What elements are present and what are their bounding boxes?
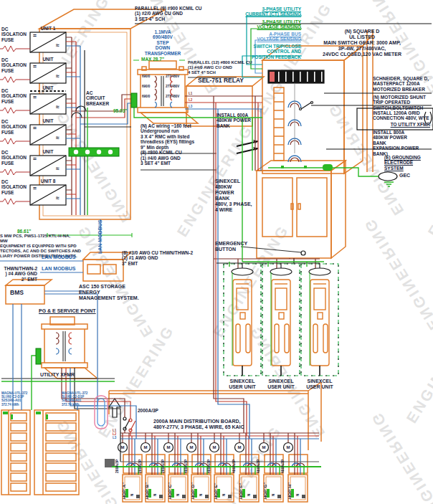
winding-label: 690/0 (142, 75, 150, 78)
breaker-note: SCHNEIDER, SQUARE D, MASTERPACT 1200A MO… (373, 76, 429, 92)
motor-label: M (237, 445, 242, 450)
dc-fuse-label: DC ISOLATION FUSE (1, 179, 27, 195)
voltage-sensing-note: 3-PHASE UTILITY VOLTAGE SENSING (242, 19, 301, 30)
pge-service-point-label: PG & E SERVICE POINT (39, 308, 96, 314)
relay-label: SEL-751 RELAY (198, 77, 244, 85)
one-line-diagram: ENGINEERING ENGINEERING ENGINEERING ENGI… (0, 0, 433, 504)
motor-label: M (143, 445, 148, 450)
neutral-tag: N (176, 494, 181, 496)
bms-label: BMS (10, 290, 24, 297)
motor-label: M (211, 445, 217, 450)
switchgear-breakers (288, 83, 301, 162)
unit-label: UNIT (30, 57, 66, 62)
unit-label: UNIT (30, 118, 66, 123)
dc-fuse-label: DC ISOLATION FUSE (1, 119, 27, 135)
winding-label: 690/0 (142, 85, 150, 88)
feeder-breaker-label: 400A/3P (184, 460, 188, 473)
max-width-label: MAX 28.7" (141, 57, 164, 62)
utility-ct-loop (95, 396, 108, 429)
dc-symbol: = (33, 156, 37, 163)
winding-label: 277/480V (166, 75, 179, 78)
neutral-tag: N (130, 494, 135, 496)
load-label: HOP"A" (122, 482, 126, 499)
neutral-tag: N (153, 494, 158, 496)
battery-label: MAGNA-UTL-372 SLU60 C2-D1P S2S1RB-A01 37… (62, 391, 87, 406)
ac-symbol: ≈ (56, 135, 60, 142)
thwn-note: THWN/THWN-2 ) #4 AWG GND 2" EMT (0, 266, 37, 282)
neutral-tag: N (247, 494, 252, 496)
mdb-title: 2000A MAIN DISTRIBUTION BOARD, 480Y-277V… (153, 419, 244, 430)
load-label: HOP"B" (145, 482, 149, 499)
user-unit-racks (233, 280, 329, 366)
grid-connection-note: INSTALL 1200A GRID CONNECTION 480V, WYE (373, 110, 429, 121)
to-utility-label: TO UTILITY XFMR (370, 122, 430, 127)
feeder-breaker-label: 400A/3P (280, 460, 285, 473)
ac-symbol: ≈ (56, 195, 60, 202)
winding-label: 277/480V (166, 85, 179, 88)
ac-circuit-breaker-label: AC CIRCUIT BREAKER (86, 90, 109, 106)
lan-modbus-label: LAN MODBUS (98, 220, 103, 254)
unit-label: UNIT (30, 85, 66, 90)
motor-label: M (261, 445, 267, 450)
awg-note: (8) #3/0 AWG CU THWN/THWN-2 (1) #1 AWG G… (122, 250, 193, 266)
ac-symbol: ≈ (56, 104, 60, 111)
transformer-title: 1.1MVA 690/480V STEP DOWN TRANSFORMER (139, 29, 186, 56)
unit-label: UNIT (30, 149, 66, 154)
load-label: HOP"D" (191, 482, 195, 499)
ac-symbol: ≈ (56, 42, 60, 49)
lan-modbus-label: LAN MODBUS (42, 255, 75, 260)
motor-label: M (120, 445, 125, 450)
dc-fuse-label: DC ISOLATION FUSE (1, 150, 27, 166)
switch-control-note: SWITCH TRIP/CLOSE CONTROL AND POSITION F… (237, 44, 301, 60)
shunt-trip-note: (N) MOTORIZED SHUNT TRIP OPERATED SWITCH… (373, 95, 433, 110)
phase-tag: L2 (189, 98, 192, 102)
emergency-button-label: EMERGENCY BUTTON (215, 241, 247, 252)
user-unit-borders (224, 264, 338, 376)
load-label: HOP"F" (239, 483, 243, 499)
utility-xfmr-label: UTILITY XFMR (40, 372, 75, 378)
relay-feeder-note: PARALLEL (12) #800 KCMIL CU (1) #4/0 AWG… (188, 60, 252, 75)
main-breaker-label: 2000A/3P (138, 408, 158, 413)
neutral-tag: N (222, 494, 227, 496)
feeder-breaker-label: 400A/3P (256, 460, 260, 473)
neutral-tag: N (272, 494, 276, 496)
dc-fuse-label: DC ISOLATION FUSE (1, 27, 27, 42)
feeder-breaker-label: 400A/3P (232, 460, 236, 473)
unit-label: UNIT 8 (30, 179, 66, 184)
ac-symbol: ≈ (56, 73, 60, 80)
winding-label: 277/480V (166, 95, 179, 98)
powerbank-label: SINEXCEL 480KW POWER BANK 480V, 3 PHASE,… (215, 179, 252, 213)
load-label: HOP"H" (287, 482, 292, 499)
install-600a-note: INSTALL 600A 480KW POWER BANK (217, 113, 251, 128)
motor-label: M (285, 445, 291, 450)
lan-modbus-label: LAN MODBUS (42, 266, 75, 272)
ac-symbol: ≈ (56, 166, 60, 173)
feeder-schedule-note: PARALLEL (9) #900 KCMIL CU (1) #2/0 AWG … (135, 6, 202, 22)
switchgear-title: (N) SQUARE D UL LISTED MAIN SWITCH GEAR:… (298, 29, 427, 57)
load-label: HOP"C" (168, 482, 172, 499)
dc-symbol: = (33, 64, 37, 71)
grounding-note: (E) GROUNDING ELECTRODE SYSTEM (384, 155, 433, 171)
feeder-breaker-label: 200A/3P (138, 460, 142, 473)
dc-fuse-label: DC ISOLATION FUSE (1, 57, 27, 73)
aphase-sensing-note: A-PHASE BUS VOLTAGE SENSING (245, 32, 301, 42)
feeder-breaker-label: 200A/3P (161, 460, 165, 473)
neutral-tag: N (199, 494, 204, 496)
neutral-tag: N (296, 494, 300, 496)
load-label: HOP"G" (263, 482, 267, 499)
phase-tag: L3 (189, 105, 192, 108)
phase-tag: L3 (113, 436, 116, 439)
dc-symbol: = (33, 186, 37, 193)
ac-wiring-note: (N) AC wiring ~160 feet Underground run … (141, 123, 194, 166)
dimension-label: 95.03" (113, 108, 127, 113)
unit-label: UNIT 1 (30, 26, 66, 31)
motor-label: M (189, 445, 194, 450)
asc-label: ASC 150 STORAGE ENERGY MANAGEMENT SYSTEM… (79, 284, 139, 301)
feeder-breaker-label: 400A/3P (206, 460, 211, 473)
dc-symbol: = (33, 95, 37, 102)
battery-label: MAGNA-UTL-372 SLU60 C2-D1P S2S1RB-A01 37… (1, 391, 27, 406)
phase-tag: L1 (189, 92, 192, 95)
feeder-breaker-label: 200A/3P (115, 460, 119, 473)
winding-label: 690/0 (142, 95, 150, 98)
load-label: HOP"E" (214, 482, 218, 499)
